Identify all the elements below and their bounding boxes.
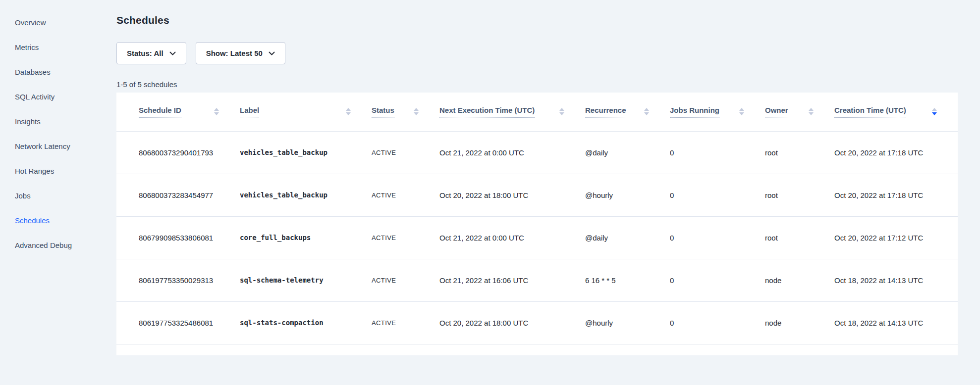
- cell-creation-time: Oct 18, 2022 at 14:13 UTC: [834, 301, 958, 344]
- page-title: Schedules: [116, 14, 169, 26]
- cell-recurrence: @hourly: [585, 174, 670, 216]
- column-header-next-execution-time[interactable]: Next Execution Time (UTC): [439, 93, 585, 131]
- table-row: 806800373290401793 vehicles_table_backup…: [116, 131, 958, 174]
- cell-status: ACTIVE: [372, 131, 439, 174]
- column-header-creation-time[interactable]: Creation Time (UTC): [834, 93, 958, 131]
- table-row: 806197753350029313 sql-schema-telemetry …: [116, 259, 958, 301]
- cell-next-execution-time: Oct 20, 2022 at 18:00 UTC: [439, 174, 585, 216]
- column-header-recurrence[interactable]: Recurrence: [585, 93, 670, 131]
- cell-owner: node: [765, 301, 834, 344]
- sidebar-item-hot-ranges[interactable]: Hot Ranges: [0, 158, 116, 183]
- sidebar-nav: Overview Metrics Databases SQL Activity …: [0, 10, 116, 257]
- results-count: 1-5 of 5 schedules: [116, 80, 177, 89]
- chevron-down-icon: [169, 51, 176, 56]
- sort-icon: [214, 108, 219, 115]
- cell-schedule-id: 806800373290401793: [116, 131, 240, 174]
- column-header-status[interactable]: Status: [372, 93, 439, 131]
- cell-status: ACTIVE: [372, 174, 439, 216]
- cell-recurrence: @hourly: [585, 301, 670, 344]
- cell-schedule-id: 806197753325486081: [116, 301, 240, 344]
- cell-jobs-running: 0: [670, 216, 765, 259]
- status-filter-dropdown[interactable]: Status: All: [116, 42, 186, 64]
- chevron-down-icon: [269, 51, 275, 56]
- sidebar-item-overview[interactable]: Overview: [0, 10, 116, 35]
- schedules-table-panel: Schedule ID Label Status: [116, 93, 958, 355]
- cell-next-execution-time: Oct 21, 2022 at 0:00 UTC: [439, 131, 585, 174]
- cell-label: vehicles_table_backup: [240, 131, 372, 174]
- cell-label: core_full_backups: [240, 216, 372, 259]
- show-latest-dropdown[interactable]: Show: Latest 50: [196, 42, 285, 64]
- sidebar-item-metrics[interactable]: Metrics: [0, 35, 116, 59]
- sort-icon: [346, 108, 351, 115]
- sidebar-item-databases[interactable]: Databases: [0, 59, 116, 84]
- cell-schedule-id: 806799098533806081: [116, 216, 240, 259]
- sort-icon: [559, 108, 564, 115]
- cell-status: ACTIVE: [372, 301, 439, 344]
- cell-owner: root: [765, 216, 834, 259]
- filter-bar: Status: All Show: Latest 50: [116, 42, 285, 64]
- column-header-owner[interactable]: Owner: [765, 93, 834, 131]
- table-row: 806799098533806081 core_full_backups ACT…: [116, 216, 958, 259]
- cell-recurrence: @daily: [585, 216, 670, 259]
- cell-creation-time: Oct 18, 2022 at 14:13 UTC: [834, 259, 958, 301]
- cell-status: ACTIVE: [372, 216, 439, 259]
- sidebar-item-advanced-debug[interactable]: Advanced Debug: [0, 233, 116, 257]
- cell-next-execution-time: Oct 21, 2022 at 16:06 UTC: [439, 259, 585, 301]
- cell-creation-time: Oct 20, 2022 at 17:18 UTC: [834, 174, 958, 216]
- sort-icon: [809, 108, 814, 115]
- cell-jobs-running: 0: [670, 174, 765, 216]
- column-header-schedule-id[interactable]: Schedule ID: [116, 93, 240, 131]
- schedules-table: Schedule ID Label Status: [116, 93, 958, 344]
- sort-icon: [739, 108, 744, 115]
- cell-creation-time: Oct 20, 2022 at 17:12 UTC: [834, 216, 958, 259]
- cell-jobs-running: 0: [670, 259, 765, 301]
- cell-schedule-id: 806197753350029313: [116, 259, 240, 301]
- cell-jobs-running: 0: [670, 131, 765, 174]
- cell-owner: root: [765, 131, 834, 174]
- cell-label: sql-stats-compaction: [240, 301, 372, 344]
- cell-creation-time: Oct 20, 2022 at 17:18 UTC: [834, 131, 958, 174]
- table-row: 806800373283454977 vehicles_table_backup…: [116, 174, 958, 216]
- cell-next-execution-time: Oct 20, 2022 at 18:00 UTC: [439, 301, 585, 344]
- sort-icon: [932, 108, 937, 115]
- sidebar-item-insights[interactable]: Insights: [0, 109, 116, 134]
- cell-label: sql-schema-telemetry: [240, 259, 372, 301]
- cell-schedule-id: 806800373283454977: [116, 174, 240, 216]
- cell-owner: root: [765, 174, 834, 216]
- cell-status: ACTIVE: [372, 259, 439, 301]
- cell-recurrence: 6 16 * * 5: [585, 259, 670, 301]
- show-latest-label: Show: Latest 50: [206, 49, 263, 57]
- sidebar-item-jobs[interactable]: Jobs: [0, 183, 116, 208]
- column-header-jobs-running[interactable]: Jobs Running: [670, 93, 765, 131]
- status-filter-label: Status: All: [127, 49, 163, 57]
- cell-next-execution-time: Oct 21, 2022 at 0:00 UTC: [439, 216, 585, 259]
- cell-label: vehicles_table_backup: [240, 174, 372, 216]
- table-header-row: Schedule ID Label Status: [116, 93, 958, 131]
- sidebar-item-schedules[interactable]: Schedules: [0, 208, 116, 233]
- cell-jobs-running: 0: [670, 301, 765, 344]
- sort-icon: [414, 108, 419, 115]
- sidebar-item-sql-activity[interactable]: SQL Activity: [0, 84, 116, 109]
- cell-recurrence: @daily: [585, 131, 670, 174]
- sidebar-item-network-latency[interactable]: Network Latency: [0, 134, 116, 158]
- column-header-label[interactable]: Label: [240, 93, 372, 131]
- cell-owner: node: [765, 259, 834, 301]
- sort-icon: [644, 108, 649, 115]
- table-row: 806197753325486081 sql-stats-compaction …: [116, 301, 958, 344]
